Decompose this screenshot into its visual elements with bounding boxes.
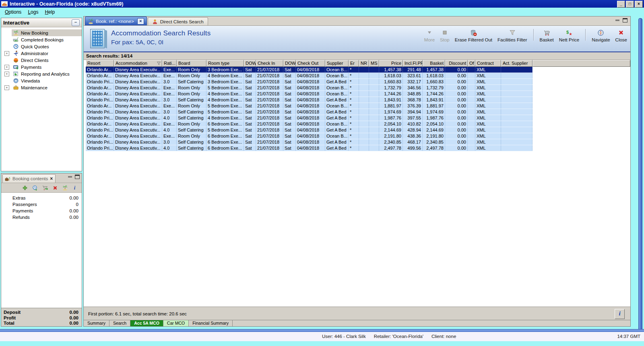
- tab-booking-contents[interactable]: Booking contents ×: [2, 174, 56, 183]
- column-header-price[interactable]: Price: [379, 60, 403, 67]
- cell-basket: 1,618.03: [423, 73, 445, 78]
- column-header-check-in[interactable]: Check In: [256, 60, 283, 67]
- cell-resort: Orlando Ar...: [86, 85, 114, 91]
- sidebar-item-quick-quotes[interactable]: Quick Quotes: [1, 43, 82, 50]
- column-header-check-out[interactable]: Check Out: [296, 60, 325, 67]
- cell-supplier: Ocean B...: [325, 91, 349, 97]
- info-button[interactable]: i: [72, 185, 78, 191]
- maximize-button[interactable]: □: [626, 1, 634, 8]
- facilities-filter-button[interactable]: Facilities Filter: [497, 29, 527, 42]
- sidebar-item-direct-clients[interactable]: Direct Clients: [1, 57, 82, 64]
- table-row[interactable]: Orlando Pri...Disney Area Executiv...4.0…: [86, 127, 533, 133]
- window-title: Interactive - Ocean-Florida (code: x8udV…: [10, 1, 123, 7]
- info-button[interactable]: i: [615, 309, 625, 319]
- cell-accommodation: Disney Area Executiv...: [114, 91, 162, 97]
- menu-item-help[interactable]: Help: [41, 8, 58, 16]
- results-header: Accommodation Search Results For pax: 5A…: [84, 26, 630, 52]
- refresh-button[interactable]: [32, 185, 38, 191]
- expand-icon[interactable]: +: [4, 51, 9, 56]
- column-header-accommodation[interactable]: Accommodation: [114, 60, 162, 67]
- menu-item-options[interactable]: Options: [2, 8, 25, 16]
- close-booking-contents-icon[interactable]: ×: [50, 176, 53, 181]
- cell-contract: XML: [475, 109, 501, 115]
- column-header-board[interactable]: Board: [177, 60, 206, 67]
- sidebar-item-payments[interactable]: +$Payments: [1, 64, 82, 70]
- toolbar-button-label: Stop: [440, 37, 450, 42]
- table-row[interactable]: Orlando Ar...Disney Area Executiv...Exe.…: [86, 67, 533, 73]
- expand-icon[interactable]: +: [4, 72, 9, 76]
- table-row[interactable]: Orlando Pri...Disney Area Executiv...4.0…: [86, 115, 533, 121]
- expand-icon[interactable]: +: [4, 85, 9, 90]
- table-row[interactable]: Orlando Pri...Disney Area Executiv...3.0…: [86, 79, 533, 85]
- delete-item-button[interactable]: [52, 185, 58, 191]
- minimize-panel-icon[interactable]: [615, 18, 620, 23]
- tab-acc-5a-mco[interactable]: Acc 5A MCO: [130, 320, 163, 326]
- sidebar-item-new-booking[interactable]: New Booking: [1, 29, 82, 36]
- tab-financial-summary[interactable]: Financial Summary: [189, 320, 233, 326]
- close-button[interactable]: ×: [635, 1, 643, 8]
- column-header-room-type[interactable]: Room type: [206, 60, 244, 67]
- nett-price-button[interactable]: $Nett Price: [559, 29, 580, 42]
- erase-filtered-out-button[interactable]: Erase Filtered Out: [455, 29, 492, 42]
- booking-contents-title: Booking contents: [12, 176, 48, 181]
- table-row[interactable]: Orlando Ar...Disney Area Executiv...Exe.…: [86, 133, 533, 139]
- booking-button[interactable]: [62, 185, 68, 191]
- table-row[interactable]: Orlando Pri...Disney Area Executiv...3.0…: [86, 97, 533, 103]
- maximize-panel-icon[interactable]: [74, 175, 80, 179]
- basket-button[interactable]: Basket: [540, 29, 554, 42]
- table-row[interactable]: Orlando Pri...Disney Area Executiv...3.0…: [86, 139, 533, 145]
- column-header-er[interactable]: Er: [349, 60, 359, 67]
- column-header-act-supplier[interactable]: Act. Supplier: [501, 60, 533, 67]
- table-row[interactable]: Orlando Ar...Disney Area Executiv...Exe.…: [86, 73, 533, 79]
- sidebar-item-reporting-and-analytics[interactable]: +Reporting and Analytics: [1, 70, 82, 77]
- close-button[interactable]: Close: [615, 29, 627, 42]
- cell-check-in: 21/07/2018: [256, 67, 283, 72]
- building-icon: [90, 29, 105, 48]
- column-header-dow[interactable]: DOW: [283, 60, 296, 67]
- tab-search[interactable]: Search: [109, 320, 130, 326]
- maximize-panel-icon[interactable]: [622, 18, 628, 23]
- column-header-dow[interactable]: DOW: [244, 60, 256, 67]
- menu-item-logs[interactable]: Logs: [25, 8, 41, 16]
- table-row[interactable]: Orlando Ar...Disney Area Executiv...Exe.…: [86, 121, 533, 127]
- cell-room-type: 6 Bedroom Exe...: [206, 139, 244, 145]
- column-header-incl-fl-pp[interactable]: Incl.Fl.PP: [403, 60, 423, 67]
- sidebar-item-completed-bookings[interactable]: Completed Bookings: [1, 36, 82, 43]
- sidebar-item-viewdata[interactable]: Viewdata: [1, 77, 82, 84]
- column-header-resort[interactable]: Resort: [86, 60, 114, 67]
- column-header-contract[interactable]: Contract: [475, 60, 501, 67]
- column-header-discount[interactable]: Discount: [445, 60, 468, 67]
- booking-item-value: 0: [76, 202, 78, 207]
- table-row[interactable]: Orlando Pri...Disney Area Executiv...3.0…: [86, 109, 533, 115]
- column-header-nr[interactable]: NR: [359, 60, 369, 67]
- column-header-rati[interactable]: Rati...: [162, 60, 177, 67]
- column-header-of[interactable]: Of: [468, 60, 475, 67]
- cell-room-type: 4 Bedroom Exe...: [206, 73, 244, 78]
- add-item-button[interactable]: [22, 185, 28, 191]
- tab-car-mco[interactable]: Car MCO: [163, 320, 189, 326]
- booking-total-value: 0.00: [70, 315, 78, 321]
- column-header-supplier[interactable]: Supplier: [325, 60, 349, 67]
- cell-rati: Exe...: [162, 91, 177, 97]
- tab-direct-clients-search[interactable]: Direct Clients Search: [148, 17, 208, 25]
- table-row[interactable]: Orlando Pri...Disney Area Executiv...4.0…: [86, 145, 533, 151]
- column-header-basket[interactable]: Basket: [423, 60, 445, 67]
- column-header-ms[interactable]: MS: [369, 60, 379, 67]
- expand-icon[interactable]: +: [4, 65, 9, 70]
- navigate-button[interactable]: Navigate: [592, 29, 610, 42]
- tab-summary[interactable]: Summary: [84, 320, 109, 326]
- minimize-panel-icon[interactable]: [67, 175, 73, 179]
- close-tab-icon[interactable]: ×: [137, 18, 144, 25]
- collapse-panel-button[interactable]: −: [72, 19, 80, 26]
- sidebar-item-administrator[interactable]: +Administrator: [1, 50, 82, 57]
- sidebar-item-maintenance[interactable]: +Maintenance: [1, 84, 82, 91]
- cell-price: 2,054.10: [379, 121, 403, 127]
- minimize-button[interactable]: _: [617, 1, 625, 8]
- move-to-basket-button[interactable]: [42, 185, 48, 191]
- tab-booking-ref[interactable]: Book. ref.: <none> ×: [85, 16, 147, 25]
- table-row[interactable]: Orlando Ar...Disney Area Executiv...Exe.…: [86, 91, 533, 97]
- basket-icon: [543, 29, 550, 37]
- table-row[interactable]: Orlando Ar...Disney Area Executiv...Exe.…: [86, 103, 533, 109]
- vertical-scrollbar[interactable]: [638, 18, 642, 331]
- table-row[interactable]: Orlando Ar...Disney Area Executiv...Exe.…: [86, 85, 533, 91]
